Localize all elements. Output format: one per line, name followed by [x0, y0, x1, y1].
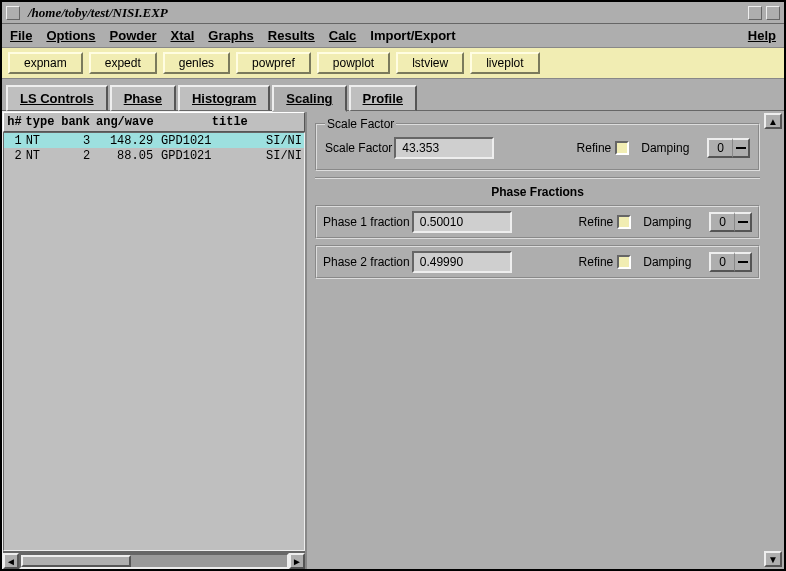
menu-results[interactable]: Results — [268, 28, 315, 43]
menu-xtal[interactable]: Xtal — [170, 28, 194, 43]
cell-title: GPD1021 SI/NI — [157, 134, 302, 148]
scroll-track[interactable] — [764, 129, 782, 551]
menu-file[interactable]: File — [10, 28, 32, 43]
scroll-right-icon[interactable]: ► — [289, 553, 305, 569]
expedt-button[interactable]: expedt — [89, 52, 157, 74]
cell-bank: 2 — [61, 149, 96, 163]
col-angwave: ang/wave — [96, 115, 158, 129]
list-row[interactable]: 1 NT 3 148.29 GPD1021 SI/NI — [4, 133, 304, 148]
col-hnum: h# — [6, 115, 26, 129]
scale-factor-group: Scale Factor Scale Factor Refine Damping… — [315, 117, 760, 171]
phase2-damping-dropdown[interactable]: 0 — [709, 252, 752, 272]
powpref-button[interactable]: powpref — [236, 52, 311, 74]
refine-label: Refine — [579, 255, 614, 269]
list-header: h# type bank ang/wave title — [3, 112, 305, 132]
scroll-up-icon[interactable]: ▲ — [764, 113, 782, 129]
phase2-fraction-row: Phase 2 fraction Refine Damping 0 — [315, 245, 760, 279]
powplot-button[interactable]: powplot — [317, 52, 390, 74]
maximize-button-icon[interactable] — [766, 6, 780, 20]
cell-title: GPD1021 SI/NI — [157, 149, 302, 163]
phase1-input[interactable] — [412, 211, 512, 233]
window-menu-icon[interactable] — [6, 6, 20, 20]
title-bar: /home/toby/test/NISI.EXP — [2, 2, 784, 24]
tab-phase[interactable]: Phase — [110, 85, 176, 111]
phase2-input[interactable] — [412, 251, 512, 273]
scroll-thumb[interactable] — [21, 555, 131, 567]
menu-graphs[interactable]: Graphs — [208, 28, 254, 43]
app-window: /home/toby/test/NISI.EXP File Options Po… — [0, 0, 786, 571]
damping-value: 0 — [709, 212, 734, 232]
refine-checkbox[interactable] — [615, 141, 629, 155]
window-title: /home/toby/test/NISI.EXP — [24, 5, 744, 21]
col-type: type — [26, 115, 61, 129]
tab-histogram[interactable]: Histogram — [178, 85, 270, 111]
dropdown-button-icon[interactable] — [732, 138, 750, 158]
cell-type: NT — [26, 149, 61, 163]
damping-label: Damping — [641, 141, 689, 155]
cell-hnum: 1 — [6, 134, 26, 148]
tab-panel-scaling: h# type bank ang/wave title 1 NT 3 148.2… — [2, 110, 784, 569]
menu-bar: File Options Powder Xtal Graphs Results … — [2, 24, 784, 48]
phase1-damping-dropdown[interactable]: 0 — [709, 212, 752, 232]
genles-button[interactable]: genles — [163, 52, 230, 74]
cell-angwave: 148.29 — [96, 134, 157, 148]
tab-ls-controls[interactable]: LS Controls — [6, 85, 108, 111]
v-scrollbar[interactable]: ▲ ▼ — [764, 113, 782, 567]
dropdown-button-icon[interactable] — [734, 212, 752, 232]
scale-factor-label: Scale Factor — [325, 141, 392, 155]
cell-type: NT — [26, 134, 61, 148]
tab-profile[interactable]: Profile — [349, 85, 417, 111]
menu-powder[interactable]: Powder — [110, 28, 157, 43]
list-row[interactable]: 2 NT 2 88.05 GPD1021 SI/NI — [4, 148, 304, 163]
damping-label: Damping — [643, 215, 691, 229]
refine-label: Refine — [579, 215, 614, 229]
dropdown-button-icon[interactable] — [734, 252, 752, 272]
damping-label: Damping — [643, 255, 691, 269]
scroll-track[interactable] — [19, 553, 289, 569]
phase-fractions-heading: Phase Fractions — [315, 177, 760, 203]
histogram-list-panel: h# type bank ang/wave title 1 NT 3 148.2… — [2, 111, 307, 569]
menu-options[interactable]: Options — [46, 28, 95, 43]
scale-factor-input[interactable] — [394, 137, 494, 159]
menu-help[interactable]: Help — [748, 28, 776, 43]
scaling-panel: Scale Factor Scale Factor Refine Damping… — [307, 111, 784, 569]
liveplot-button[interactable]: liveplot — [470, 52, 539, 74]
damping-dropdown[interactable]: 0 — [707, 138, 750, 158]
cell-hnum: 2 — [6, 149, 26, 163]
list-body[interactable]: 1 NT 3 148.29 GPD1021 SI/NI 2 NT 2 88.05… — [3, 132, 305, 551]
minimize-button-icon[interactable] — [748, 6, 762, 20]
toolbar: expnam expedt genles powpref powplot lst… — [2, 48, 784, 79]
lstview-button[interactable]: lstview — [396, 52, 464, 74]
cell-angwave: 88.05 — [96, 149, 157, 163]
damping-value: 0 — [707, 138, 732, 158]
h-scrollbar[interactable]: ◄ ► — [3, 551, 305, 569]
phase2-label: Phase 2 fraction — [323, 255, 410, 269]
phase2-refine-checkbox[interactable] — [617, 255, 631, 269]
col-bank: bank — [61, 115, 96, 129]
tab-scaling[interactable]: Scaling — [272, 85, 346, 112]
phase1-refine-checkbox[interactable] — [617, 215, 631, 229]
cell-bank: 3 — [61, 134, 96, 148]
col-title: title — [158, 115, 302, 129]
scroll-down-icon[interactable]: ▼ — [764, 551, 782, 567]
expnam-button[interactable]: expnam — [8, 52, 83, 74]
phase1-fraction-row: Phase 1 fraction Refine Damping 0 — [315, 205, 760, 239]
scale-factor-legend: Scale Factor — [325, 117, 396, 131]
menu-calc[interactable]: Calc — [329, 28, 356, 43]
refine-label: Refine — [577, 141, 612, 155]
scroll-left-icon[interactable]: ◄ — [3, 553, 19, 569]
tab-strip: LS Controls Phase Histogram Scaling Prof… — [2, 79, 784, 110]
damping-value: 0 — [709, 252, 734, 272]
phase1-label: Phase 1 fraction — [323, 215, 410, 229]
menu-import-export[interactable]: Import/Export — [370, 28, 455, 43]
